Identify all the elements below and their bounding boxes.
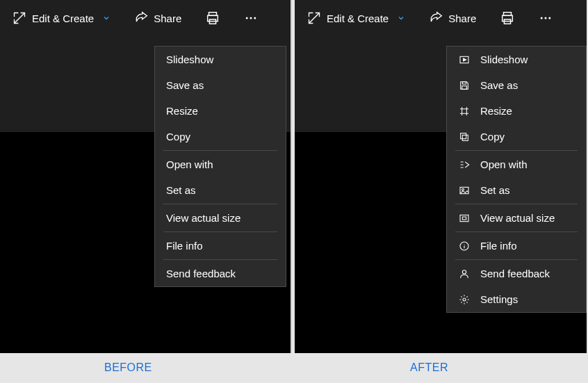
menu-label: Resize bbox=[480, 105, 512, 117]
menu-label: Open with bbox=[480, 158, 528, 170]
menu-item-resize[interactable]: Resize bbox=[447, 98, 586, 124]
more-button[interactable] bbox=[533, 7, 558, 29]
svg-rect-19 bbox=[460, 215, 468, 221]
print-icon bbox=[500, 10, 515, 26]
svg-point-22 bbox=[462, 270, 466, 273]
more-button[interactable] bbox=[238, 7, 263, 29]
menu-label: File info bbox=[480, 240, 517, 252]
info-icon bbox=[458, 241, 471, 252]
caption-before: BEFORE bbox=[104, 361, 152, 374]
menu-separator bbox=[455, 150, 578, 151]
toolbar: Edit & Create Share bbox=[295, 0, 587, 36]
menu-item-file-info[interactable]: File info bbox=[447, 233, 586, 259]
svg-point-18 bbox=[462, 188, 464, 190]
resize-icon bbox=[458, 106, 471, 117]
menu-item-save-as[interactable]: Save as bbox=[155, 72, 286, 98]
edit-create-label: Edit & Create bbox=[327, 13, 389, 24]
svg-rect-14 bbox=[462, 85, 467, 89]
menu-separator bbox=[163, 150, 277, 151]
menu-label: View actual size bbox=[166, 212, 240, 224]
print-button[interactable] bbox=[494, 6, 521, 30]
svg-rect-20 bbox=[462, 217, 466, 220]
menu-item-set-as[interactable]: Set as bbox=[155, 177, 286, 203]
menu-separator bbox=[455, 204, 578, 204]
svg-point-5 bbox=[254, 17, 256, 19]
gear-icon bbox=[458, 294, 471, 305]
menu-item-send-feedback[interactable]: Send feedback bbox=[155, 261, 286, 286]
svg-point-3 bbox=[246, 17, 248, 19]
menu-label: Copy bbox=[166, 131, 190, 142]
menu-label: File info bbox=[166, 240, 203, 252]
edit-create-button[interactable]: Edit & Create bbox=[7, 7, 116, 29]
menu-label: Resize bbox=[166, 105, 198, 117]
overflow-menu-after: Slideshow Save as Resize Copy Open with bbox=[446, 46, 587, 313]
copy-icon bbox=[458, 131, 471, 142]
save-icon bbox=[458, 80, 471, 91]
chevron-down-icon bbox=[397, 14, 405, 22]
caption-after: AFTER bbox=[410, 361, 448, 374]
panel-before: Edit & Create Share bbox=[0, 0, 292, 353]
menu-item-send-feedback[interactable]: Send feedback bbox=[447, 261, 586, 286]
svg-rect-16 bbox=[462, 135, 468, 140]
share-icon bbox=[134, 11, 148, 25]
share-label: Share bbox=[154, 13, 181, 24]
menu-label: Set as bbox=[166, 184, 196, 196]
menu-separator bbox=[455, 231, 578, 232]
menu-item-open-with[interactable]: Open with bbox=[447, 152, 586, 177]
svg-point-4 bbox=[250, 17, 252, 19]
menu-separator bbox=[163, 259, 277, 260]
edit-create-label: Edit & Create bbox=[32, 13, 94, 24]
slideshow-icon bbox=[458, 54, 471, 65]
menu-item-file-info[interactable]: File info bbox=[155, 233, 286, 259]
edit-create-icon bbox=[13, 11, 26, 25]
menu-item-open-with[interactable]: Open with bbox=[155, 152, 286, 177]
menu-label: Slideshow bbox=[166, 54, 213, 65]
menu-item-slideshow[interactable]: Slideshow bbox=[447, 47, 586, 72]
more-icon bbox=[244, 11, 258, 25]
menu-item-slideshow[interactable]: Slideshow bbox=[155, 47, 286, 72]
set-as-icon bbox=[458, 185, 471, 196]
menu-label: Copy bbox=[480, 131, 505, 142]
edit-create-button[interactable]: Edit & Create bbox=[302, 7, 411, 29]
svg-rect-15 bbox=[461, 133, 466, 138]
menu-label: Set as bbox=[480, 184, 510, 196]
menu-item-resize[interactable]: Resize bbox=[155, 98, 286, 124]
more-icon bbox=[539, 11, 553, 25]
feedback-icon bbox=[458, 268, 471, 279]
open-with-icon bbox=[458, 159, 471, 170]
menu-separator bbox=[455, 259, 578, 260]
menu-item-settings[interactable]: Settings bbox=[447, 286, 586, 312]
share-icon bbox=[429, 11, 443, 25]
toolbar: Edit & Create Share bbox=[0, 0, 291, 36]
menu-label: Send feedback bbox=[166, 268, 236, 279]
chevron-down-icon bbox=[102, 14, 111, 22]
menu-item-save-as[interactable]: Save as bbox=[447, 72, 586, 98]
menu-label: Send feedback bbox=[480, 268, 550, 279]
svg-point-10 bbox=[545, 17, 547, 19]
menu-separator bbox=[163, 204, 277, 204]
menu-item-view-actual[interactable]: View actual size bbox=[447, 205, 586, 231]
edit-create-icon bbox=[307, 11, 321, 25]
menu-item-set-as[interactable]: Set as bbox=[447, 177, 586, 203]
actual-size-icon bbox=[458, 213, 471, 224]
share-button[interactable]: Share bbox=[129, 7, 187, 29]
svg-point-11 bbox=[549, 17, 551, 19]
share-button[interactable]: Share bbox=[423, 7, 482, 29]
menu-label: Open with bbox=[166, 158, 213, 170]
svg-point-9 bbox=[541, 17, 543, 19]
menu-label: Save as bbox=[480, 79, 518, 91]
share-label: Share bbox=[448, 13, 476, 24]
menu-label: View actual size bbox=[480, 212, 555, 224]
print-icon bbox=[205, 10, 220, 26]
menu-label: Save as bbox=[166, 79, 204, 91]
menu-item-copy[interactable]: Copy bbox=[155, 124, 286, 149]
overflow-menu-before: Slideshow Save as Resize Copy Open with … bbox=[154, 46, 286, 287]
menu-item-view-actual[interactable]: View actual size bbox=[155, 205, 286, 231]
print-button[interactable] bbox=[199, 6, 226, 30]
svg-rect-13 bbox=[462, 81, 466, 83]
menu-label: Slideshow bbox=[480, 54, 528, 65]
menu-item-copy[interactable]: Copy bbox=[447, 124, 586, 149]
menu-separator bbox=[163, 231, 277, 232]
menu-label: Settings bbox=[480, 293, 518, 305]
panel-after: Edit & Create Share bbox=[295, 0, 587, 353]
